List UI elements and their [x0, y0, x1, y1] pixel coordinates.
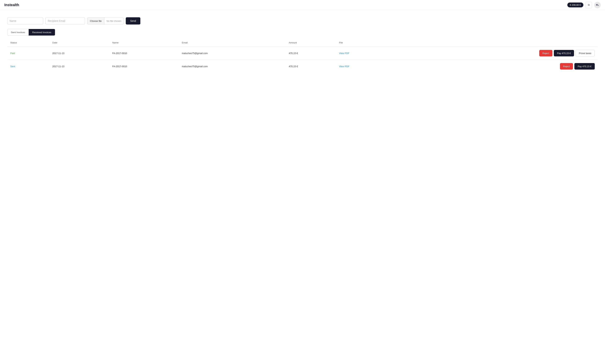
row2-email: matucheo75@gmail.com — [179, 60, 286, 73]
header-right: 6 238,80 € ⧉ FL — [567, 2, 601, 8]
row1-prove-taxes-button[interactable]: Prove taxes — [576, 50, 595, 56]
row2-view-pdf[interactable]: View PDF — [339, 65, 349, 68]
table-header: Status Date Name Email Amount File — [7, 39, 598, 47]
row1-reject-button[interactable]: Reject — [539, 50, 552, 56]
tab-sent-invoices[interactable]: Sent Invoices — [7, 29, 29, 36]
row2-date: 2017-11-13 — [50, 60, 109, 73]
logo: Instealth — [4, 3, 19, 7]
row2-pay-button[interactable]: Pay 470,15 € — [574, 63, 595, 70]
choose-file-button[interactable]: Choose file — [87, 17, 104, 24]
col-name: Name — [109, 39, 179, 47]
row1-actions: Reject Pay 470,15 € Prove taxes — [394, 50, 595, 56]
col-actions — [391, 39, 598, 47]
col-date: Date — [50, 39, 109, 47]
email-input[interactable] — [45, 17, 85, 25]
send-button[interactable]: Send — [126, 17, 140, 25]
row1-amount: 470,15 € — [286, 47, 336, 60]
avatar[interactable]: FL — [594, 2, 601, 8]
row2-actions: Reject Pay 470,15 € — [394, 63, 595, 70]
file-input-wrapper[interactable]: Choose file No file chosen — [87, 17, 124, 25]
col-email: Email — [179, 39, 286, 47]
file-chosen-text: No file chosen — [104, 20, 123, 22]
table-row: Sent 2017-11-13 FA-2017-0010 matucheo75@… — [7, 60, 598, 73]
header: Instealth 6 238,80 € ⧉ FL — [0, 0, 605, 10]
status-sent[interactable]: Sent — [10, 65, 15, 68]
row2-amount: 470,15 € — [286, 60, 336, 73]
status-paid[interactable]: Paid — [10, 52, 15, 55]
row1-pay-button[interactable]: Pay 470,15 € — [554, 50, 574, 56]
row2-reject-button[interactable]: Reject — [560, 63, 573, 70]
row1-date: 2017-11-13 — [50, 47, 109, 60]
copy-icon: ⧉ — [588, 3, 590, 6]
name-input[interactable] — [7, 17, 43, 25]
row1-view-pdf[interactable]: View PDF — [339, 52, 349, 55]
main-content: Choose file No file chosen Send Sent Inv… — [0, 10, 605, 77]
col-status: Status — [7, 39, 50, 47]
invoice-form: Choose file No file chosen Send — [7, 17, 598, 25]
col-file: File — [336, 39, 391, 47]
invoices-table: Status Date Name Email Amount File Paid … — [7, 39, 598, 73]
copy-icon-button[interactable]: ⧉ — [586, 2, 592, 8]
balance-badge: 6 238,80 € — [567, 2, 583, 7]
col-amount: Amount — [286, 39, 336, 47]
table-row: Paid 2017-11-13 FA-2017-0010 matucheo75@… — [7, 47, 598, 60]
tab-received-invoices[interactable]: Received Invoices — [29, 29, 55, 36]
row1-name: FA-2017-0010 — [109, 47, 179, 60]
tabs: Sent Invoices Received Invoices — [7, 29, 55, 36]
row2-name: FA-2017-0010 — [109, 60, 179, 73]
row1-email: matucheo75@gmail.com — [179, 47, 286, 60]
table-body: Paid 2017-11-13 FA-2017-0010 matucheo75@… — [7, 47, 598, 73]
